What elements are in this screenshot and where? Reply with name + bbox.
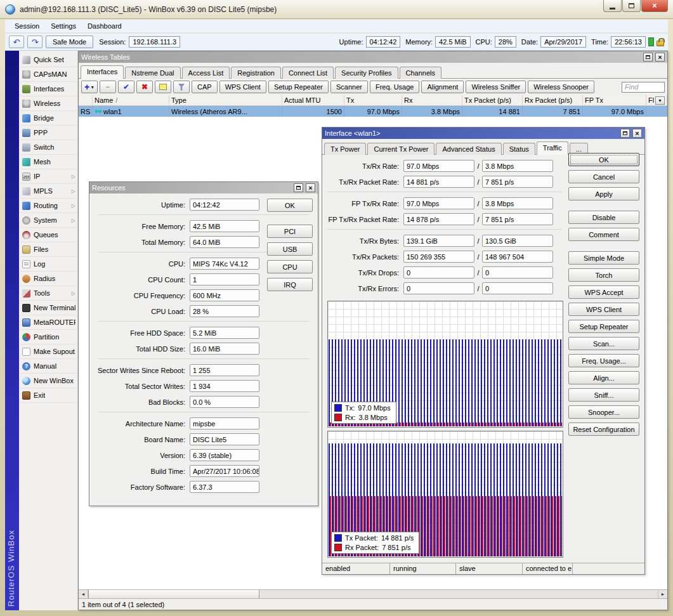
simple-mode-button[interactable]: Simple Mode	[568, 251, 639, 265]
freq-usage-button[interactable]: Freq. Usage...	[568, 354, 639, 367]
column-header-tx[interactable]: Tx	[344, 95, 402, 105]
table-row-wlan1[interactable]: RS wlan1 Wireless (Atheros AR9... 1500 9…	[79, 106, 667, 117]
redo-button[interactable]	[27, 36, 42, 48]
tab-tx-power[interactable]: Tx Power	[324, 143, 366, 155]
sidebar-item-radius[interactable]: Radius	[19, 272, 77, 286]
sidebar-item-log[interactable]: Log	[19, 257, 77, 272]
wireless-sniffer-button[interactable]: Wireless Sniffer	[466, 81, 526, 93]
close-window-button[interactable]	[655, 53, 665, 62]
sidebar-item-routing[interactable]: Routing	[19, 199, 77, 213]
tab-security-profiles[interactable]: Security Profiles	[335, 67, 398, 79]
add-button[interactable]	[81, 81, 98, 93]
find-input[interactable]	[622, 82, 665, 93]
sidebar-item-queues[interactable]: Queues	[19, 228, 77, 242]
column-select-caret-icon[interactable]	[655, 96, 665, 105]
safe-mode-button[interactable]: Safe Mode	[46, 36, 93, 48]
setup-repeater-button[interactable]: Setup Repeater	[568, 320, 639, 333]
close-window-button[interactable]	[632, 129, 642, 138]
sidebar-item-new-winbox[interactable]: New WinBox	[19, 374, 77, 388]
sidebar-item-manual[interactable]: Manual	[19, 359, 77, 374]
menu-item-dashboard[interactable]: Dashboard	[82, 21, 127, 31]
maximize-button[interactable]	[622, 0, 641, 12]
column-header-name[interactable]: Name	[93, 95, 169, 105]
setup-repeater-button[interactable]: Setup Repeater	[268, 81, 329, 93]
scanner-button[interactable]: Scanner	[330, 81, 368, 93]
wps-client-button[interactable]: WPS Client	[219, 81, 266, 93]
sidebar-item-bridge[interactable]: Bridge	[19, 111, 77, 126]
tab-current-tx-power[interactable]: Current Tx Power	[367, 143, 435, 155]
restore-button[interactable]	[620, 129, 630, 138]
pci-button[interactable]: PCI	[267, 225, 313, 238]
sidebar-item-new-terminal[interactable]: New Terminal	[19, 301, 77, 315]
usb-button[interactable]: USB	[267, 242, 313, 256]
session-field[interactable]: 192.168.111.3	[129, 36, 180, 48]
enable-button[interactable]	[118, 81, 134, 93]
sidebar-item-ip[interactable]: IP	[19, 169, 77, 184]
tab-connect-list[interactable]: Connect List	[282, 67, 334, 79]
sniff-button[interactable]: Sniff...	[568, 388, 639, 402]
reset-configuration-button[interactable]: Reset Configuration	[568, 423, 639, 436]
sidebar-item-mpls[interactable]: MPLS	[19, 184, 77, 199]
tab-status[interactable]: Status	[503, 143, 535, 155]
tab-nstreme-dual[interactable]: Nstreme Dual	[125, 67, 180, 79]
tab-advanced-status[interactable]: Advanced Status	[436, 143, 501, 155]
ok-button[interactable]: OK	[568, 153, 639, 166]
scan-button[interactable]: Scan...	[568, 337, 639, 350]
comment-button[interactable]	[155, 81, 171, 93]
horizontal-scrollbar[interactable]	[79, 589, 667, 598]
sidebar-item-system[interactable]: System	[19, 213, 77, 228]
close-button[interactable]	[641, 0, 668, 12]
wps-accept-button[interactable]: WPS Accept	[568, 285, 639, 299]
tab-access-list[interactable]: Access List	[182, 67, 230, 79]
minimize-button[interactable]	[603, 0, 622, 12]
column-header-rx[interactable]: Rx	[402, 95, 462, 105]
cap-button[interactable]: CAP	[192, 81, 218, 93]
interface-titlebar[interactable]: Interface <wlan1>	[322, 128, 644, 139]
tab-channels[interactable]: Channels	[400, 67, 441, 79]
wireless-tables-titlebar[interactable]: Wireless Tables	[79, 51, 667, 63]
wireless-snooper-button[interactable]: Wireless Snooper	[528, 81, 594, 93]
sidebar-item-make-supout[interactable]: Make Supout.rif	[19, 344, 77, 359]
sidebar-item-ppp[interactable]: PPP	[19, 126, 77, 140]
tab-interfaces[interactable]: Interfaces	[81, 65, 124, 79]
sidebar-item-partition[interactable]: Partition	[19, 330, 77, 344]
scroll-left-button[interactable]	[79, 590, 88, 598]
sidebar-item-mesh[interactable]: Mesh	[19, 155, 77, 169]
column-header-rx-packet[interactable]: Rx Packet (p/s)	[523, 95, 583, 105]
apply-button[interactable]: Apply	[568, 187, 639, 200]
wps-client-button[interactable]: WPS Client	[568, 303, 639, 316]
remove-button[interactable]	[100, 81, 116, 93]
column-header-fl[interactable]: Fl	[646, 95, 667, 105]
cpu-button[interactable]: CPU	[267, 260, 313, 273]
undo-button[interactable]	[9, 36, 24, 48]
column-header-fp-tx[interactable]: FP Tx	[583, 95, 646, 105]
torch-button[interactable]: Torch	[568, 268, 639, 282]
sidebar-item-interfaces[interactable]: Interfaces	[19, 82, 77, 96]
sidebar-item-capsman[interactable]: CAPsMAN	[19, 67, 77, 82]
sidebar-item-wireless[interactable]: Wireless	[19, 96, 77, 111]
snooper-button[interactable]: Snooper...	[568, 405, 639, 419]
column-header-tx-packet[interactable]: Tx Packet (p/s)	[462, 95, 523, 105]
align-button[interactable]: Align...	[568, 371, 639, 384]
scroll-thumb[interactable]	[88, 590, 259, 598]
ok-button[interactable]: OK	[267, 199, 313, 212]
column-header-flags[interactable]	[79, 95, 93, 105]
sidebar-item-quick-set[interactable]: Quick Set	[19, 53, 77, 67]
disable-button[interactable]	[136, 81, 153, 93]
sidebar-item-files[interactable]: Files	[19, 242, 77, 257]
scroll-right-button[interactable]	[658, 590, 667, 598]
cancel-button[interactable]: Cancel	[568, 170, 639, 183]
menu-item-session[interactable]: Session	[9, 21, 45, 31]
freq-usage-button[interactable]: Freq. Usage	[370, 81, 420, 93]
alignment-button[interactable]: Alignment	[421, 81, 464, 93]
sidebar-item-tools[interactable]: Tools	[19, 286, 77, 301]
close-window-button[interactable]	[306, 183, 315, 192]
sidebar-item-switch[interactable]: Switch	[19, 140, 77, 155]
filter-button[interactable]	[173, 81, 190, 93]
tab-traffic[interactable]: Traffic	[537, 141, 568, 155]
column-header-type[interactable]: Type	[169, 95, 282, 105]
restore-button[interactable]	[294, 183, 303, 192]
disable-button[interactable]: Disable	[568, 211, 639, 224]
menu-item-settings[interactable]: Settings	[45, 21, 82, 31]
column-header-actual-mtu[interactable]: Actual MTU	[282, 95, 344, 105]
